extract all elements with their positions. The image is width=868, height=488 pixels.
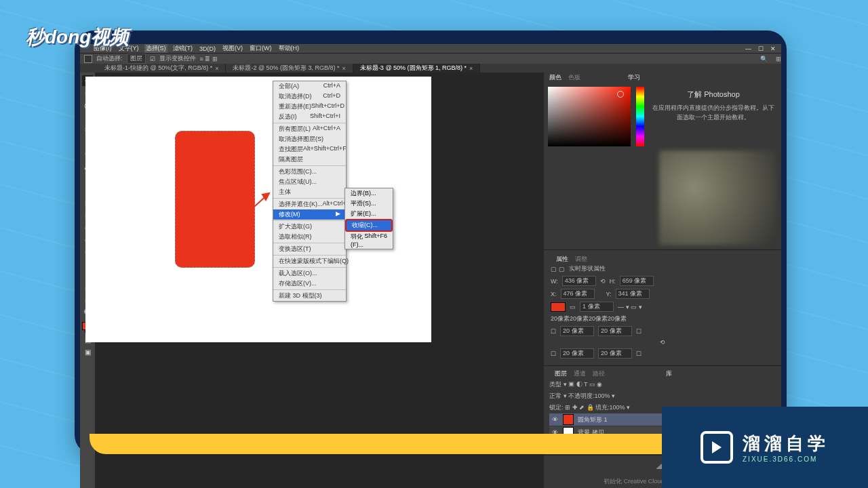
maximize-icon[interactable]: ☐ [757,45,765,52]
properties-tab[interactable]: 属性 [556,255,568,264]
search-icon[interactable]: 🔍 [760,56,768,62]
lib-tab[interactable]: 库 [666,369,672,378]
doc-tab-2[interactable]: 未标题-2 @ 50% (圆角矩形 3, RGB/8) *× [226,64,353,73]
tutorial-frame: 图像(I) 文字(Y) 选择(S) 滤镜(T) 3D(D) 视图(V) 窗口(W… [75,30,787,454]
radius-row: 20像素20像素20像素20像素 [551,314,774,323]
play-icon [701,431,733,464]
menu-help[interactable]: 帮助(H) [277,44,301,53]
menu-item[interactable]: 重新选择(E)Shift+Ctrl+D [273,102,346,112]
color-field[interactable] [548,87,631,146]
menu-item[interactable]: 取消选择(D)Ctrl+D [273,92,346,102]
r1[interactable]: 20 像素 [560,326,594,336]
auto-select-dropdown[interactable]: 图层 [127,54,146,64]
learn-desc: 在应用程序内直接提供的分步指导教程。从下面选取一个主题开始教程。 [652,104,774,122]
submenu-item[interactable]: 扩展(E)... [345,209,393,219]
svg-line-0 [212,193,269,245]
fill-swatch[interactable] [551,302,566,312]
show-transform-label: 显示变换控件 [159,54,196,63]
submenu-item[interactable]: 边界(B)... [345,188,393,199]
menu-item[interactable]: 隔离图层 [273,155,346,165]
align-icons[interactable]: ≡ ≣ ⊞ [200,56,218,62]
r2[interactable]: 20 像素 [598,326,632,336]
menu-bar[interactable]: 图像(I) 文字(Y) 选择(S) 滤镜(T) 3D(D) 视图(V) 窗口(W… [80,44,781,53]
document-tabs[interactable]: 未标题-1-快捷的 @ 50%(文字, RGB/8) *× 未标题-2 @ 50… [80,64,781,73]
brand-logo-bottom: 溜溜自学 ZIXUE.3D66.COM [662,407,868,488]
minimize-icon[interactable]: — [744,45,753,52]
options-bar: 自动选择: 图层 ☑ 显示变换控件 ≡ ≣ ⊞ 🔍 ⊞ [80,53,781,64]
swatches-tab[interactable]: 色板 [568,73,580,82]
learn-title: 了解 Photoshop [652,89,774,100]
menu-item[interactable]: 选取相似(R) [273,232,346,242]
close-icon[interactable]: ✕ [769,45,777,52]
submenu-item[interactable]: 平滑(S)... [345,199,393,209]
menu-item[interactable]: 查找图层Alt+Shift+Ctrl+F [273,144,346,155]
submenu-item[interactable]: 羽化(F)...Shift+F6 [345,232,393,249]
menu-item[interactable]: 反选(I)Shift+Ctrl+I [273,112,346,122]
menu-window[interactable]: 窗口(W) [248,44,273,53]
hue-slider[interactable] [636,87,644,146]
menu-view[interactable]: 视图(V) [221,44,244,53]
x-field[interactable]: 476 像素 [561,289,595,299]
stroke-width[interactable]: 1 像素 [580,302,614,312]
menu-item[interactable]: 存储选区(V)... [273,279,346,289]
menu-select[interactable]: 选择(S) [144,44,167,53]
menu-item[interactable]: 扩大选取(G) [273,222,346,232]
learn-panel: 了解 Photoshop 在应用程序内直接提供的分步指导教程。从下面选取一个主题… [646,83,781,150]
menu-item[interactable]: 取消选择图层(S) [273,134,346,144]
paths-tab[interactable]: 路径 [593,369,605,378]
submenu-item[interactable]: 收缩(C)... [345,219,393,232]
annotation-arrow-icon [212,188,279,249]
properties-panel: 属性调整 ▢ ▢ 实时形状属性 W:436 像素⟲H:659 像素 X:476 … [544,250,781,366]
auto-select-label: 自动选择: [96,54,123,63]
tool-preset-icon[interactable] [84,55,92,63]
brand-en: ZIXUE.3D66.COM [743,455,829,463]
adjust-tab[interactable]: 调整 [575,255,587,264]
brand-logo-top: 秒dong视频 [26,24,129,50]
layers-tab[interactable]: 图层 [555,369,567,378]
photoshop-window: 图像(I) 文字(Y) 选择(S) 滤镜(T) 3D(D) 视图(V) 窗口(W… [80,44,781,434]
menu-item[interactable]: 主体 [273,187,346,197]
modify-submenu[interactable]: 边界(B)...平滑(S)...扩展(E)...收缩(C)...羽化(F)...… [344,188,393,249]
r3[interactable]: 20 像素 [560,348,594,359]
menu-item[interactable]: 载入选区(O)... [273,268,346,279]
menu-item[interactable]: 新建 3D 模型(3) [273,291,346,301]
menu-item[interactable]: 修改(M)▶ [273,209,346,220]
screenmode-icon[interactable]: ▣ [82,346,93,357]
r4[interactable]: 20 像素 [598,348,632,359]
menu-item[interactable]: 选择并遮住(K)...Alt+Ctrl+R [273,199,346,209]
channels-tab[interactable]: 通道 [574,369,586,378]
props-title: 实时形状属性 [569,264,606,273]
doc-tab-1[interactable]: 未标题-1-快捷的 @ 50%(文字, RGB/8) *× [98,64,226,73]
workspace-icon[interactable]: ⊞ [776,56,781,62]
menu-3d[interactable]: 3D(D) [198,45,217,52]
menu-item[interactable]: 全部(A)Ctrl+A [273,81,346,92]
visibility-icon[interactable]: 👁 [552,416,559,423]
learn-tab[interactable]: 学习 [628,73,640,82]
doc-tab-3[interactable]: 未标题-3 @ 50% (圆角矩形 1, RGB/8) *× [353,64,480,73]
height-field[interactable]: 659 像素 [620,276,654,286]
menu-item[interactable]: 所有图层(L)Alt+Ctrl+A [273,124,346,134]
select-menu[interactable]: 全部(A)Ctrl+A取消选择(D)Ctrl+D重新选择(E)Shift+Ctr… [273,81,347,302]
width-field[interactable]: 436 像素 [562,276,596,286]
menu-filter[interactable]: 滤镜(T) [172,44,195,53]
y-field[interactable]: 341 像素 [616,289,650,299]
menu-item[interactable]: 变换选区(T) [273,244,346,254]
menu-item[interactable]: 色彩范围(C)... [273,167,346,177]
menu-item[interactable]: 在快速蒙版模式下编辑(Q) [273,256,346,266]
menu-item[interactable]: 焦点区域(U)... [273,177,346,187]
learn-thumbnail[interactable] [659,150,776,245]
brand-cn: 溜溜自学 [743,432,829,455]
color-tab[interactable]: 颜色 [549,73,561,82]
